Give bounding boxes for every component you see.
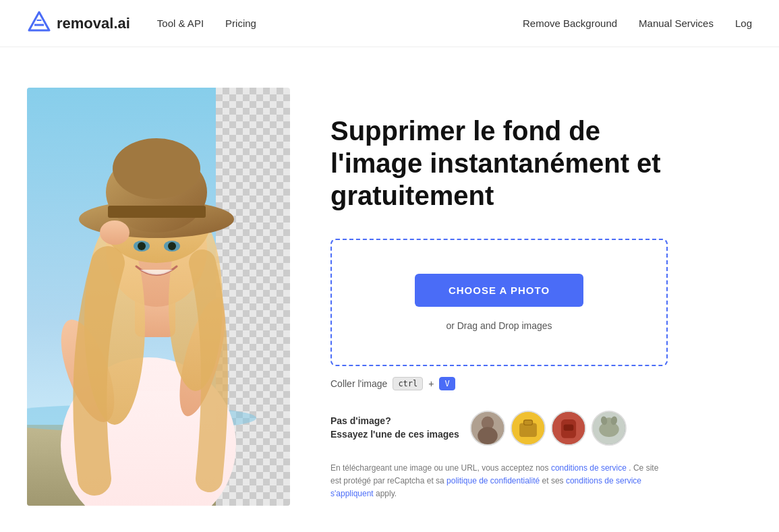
upload-dropzone[interactable]: CHOOSE A PHOTO or Drag and Drop images xyxy=(330,239,668,366)
nav-login[interactable]: Log xyxy=(735,18,752,29)
paste-area: Coller l'image ctrl + V xyxy=(330,377,752,390)
nav-right: Remove Background Manual Services Log xyxy=(523,18,752,29)
choose-photo-button[interactable]: CHOOSE A PHOTO xyxy=(415,274,583,307)
paste-label: Coller l'image xyxy=(330,378,387,389)
disclaimer-text-mid2: et ses xyxy=(540,476,566,485)
main-content: Supprimer le fond de l'image instantaném… xyxy=(0,47,779,532)
nav-left: Tool & API Pricing xyxy=(157,18,523,29)
logo-icon xyxy=(27,10,51,37)
disclaimer: En téléchargeant une image ou une URL, v… xyxy=(330,462,668,501)
hero-image-container xyxy=(27,88,290,506)
terms-link[interactable]: conditions de service xyxy=(551,463,627,473)
drag-drop-text: or Drag and Drop images xyxy=(359,320,639,331)
nav-manual-services[interactable]: Manual Services xyxy=(639,18,714,29)
logo[interactable]: removal.ai xyxy=(27,10,130,37)
hero-title: Supprimer le fond de l'image instantaném… xyxy=(330,115,668,212)
nav-pricing[interactable]: Pricing xyxy=(225,18,256,29)
sample-image-4[interactable] xyxy=(592,411,627,446)
nav-remove-background[interactable]: Remove Background xyxy=(523,18,617,29)
disclaimer-text-after: apply. xyxy=(374,489,397,498)
nav-tool-api[interactable]: Tool & API xyxy=(157,18,204,29)
svg-rect-30 xyxy=(523,420,532,425)
svg-point-21 xyxy=(138,242,146,250)
svg-point-17 xyxy=(113,138,200,199)
svg-marker-0 xyxy=(29,12,49,30)
hero-person-image xyxy=(27,88,290,506)
sample-image-1[interactable] xyxy=(470,411,505,446)
kbd-ctrl: ctrl xyxy=(393,377,423,390)
privacy-link[interactable]: politique de confidentialité xyxy=(446,476,540,485)
kbd-v: V xyxy=(439,377,455,390)
sample-image-2[interactable] xyxy=(511,411,546,446)
plus-sign: + xyxy=(428,378,434,389)
sample-section: Pas d'image? Essayez l'une de ces images xyxy=(330,411,668,446)
right-section: Supprimer le fond de l'image instantaném… xyxy=(330,88,752,501)
logo-text: removal.ai xyxy=(57,15,130,32)
svg-point-27 xyxy=(478,427,498,444)
svg-rect-18 xyxy=(108,206,206,218)
header: removal.ai Tool & API Pricing Remove Bac… xyxy=(0,0,779,47)
sample-image-3[interactable] xyxy=(551,411,586,446)
svg-rect-33 xyxy=(564,424,574,430)
image-section xyxy=(27,88,290,506)
disclaimer-text-before: En téléchargeant une image ou une URL, v… xyxy=(330,463,551,473)
sample-images xyxy=(470,411,627,446)
svg-point-22 xyxy=(168,242,176,250)
sample-label: Pas d'image? Essayez l'une de ces images xyxy=(330,415,459,441)
svg-point-23 xyxy=(100,220,129,245)
